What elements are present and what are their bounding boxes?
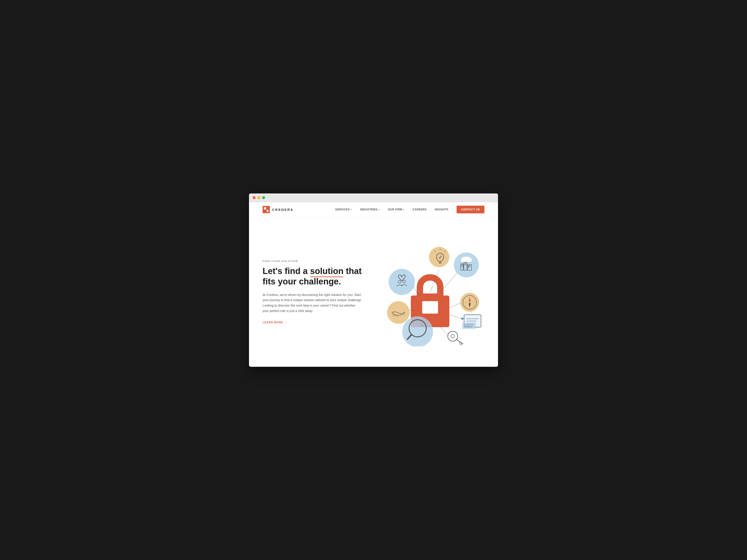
chevron-down-icon: ▾ xyxy=(379,208,380,211)
svg-rect-24 xyxy=(464,265,465,265)
arrow-icon: → xyxy=(285,321,288,324)
svg-rect-23 xyxy=(466,263,466,264)
hero-headline-keyword: solution xyxy=(310,266,344,276)
learn-more-link[interactable]: LEARN MORE → xyxy=(263,321,288,324)
svg-rect-2 xyxy=(267,210,268,212)
nav-label-services: SERVICES xyxy=(335,208,350,211)
svg-point-41 xyxy=(451,335,455,338)
nav-label-insights: INSIGHTS xyxy=(435,208,449,211)
svg-point-37 xyxy=(402,316,433,346)
hero-content: FIND YOUR SOLUTION Let's find a solution… xyxy=(263,260,376,324)
browser-content: CREDERA SERVICES ▾ INDUSTRIES ▾ xyxy=(249,202,498,367)
hero-illustration xyxy=(376,236,484,349)
chevron-down-icon: ▾ xyxy=(351,208,352,211)
maximize-button[interactable] xyxy=(262,196,265,199)
chevron-down-icon: ▾ xyxy=(403,208,405,211)
logo-text: CREDERA xyxy=(272,208,293,212)
minimize-button[interactable] xyxy=(257,196,260,199)
learn-more-label: LEARN MORE xyxy=(263,321,283,324)
hero-eyebrow: FIND YOUR SOLUTION xyxy=(263,260,376,263)
logo-icon xyxy=(263,206,270,213)
nav-item-insights[interactable]: INSIGHTS xyxy=(431,208,453,211)
hero-headline: Let's find a solution that fits your cha… xyxy=(263,266,376,287)
nav-item-industries[interactable]: INDUSTRIES ▾ xyxy=(356,208,384,211)
nav-label-our-firm: OUR FIRM xyxy=(388,208,402,211)
svg-rect-18 xyxy=(461,265,462,265)
svg-rect-20 xyxy=(461,266,462,267)
svg-rect-22 xyxy=(464,263,465,264)
browser-window: CREDERA SERVICES ▾ INDUSTRIES ▾ xyxy=(249,193,498,367)
logo-link[interactable]: CREDERA xyxy=(263,206,293,213)
nav-item-careers[interactable]: CAREERS xyxy=(408,208,431,211)
svg-point-36 xyxy=(387,301,410,324)
svg-rect-21 xyxy=(462,266,463,267)
close-button[interactable] xyxy=(253,196,256,199)
nav-item-contact[interactable]: CONTACT US xyxy=(453,206,484,213)
hero-body: At Credera, we're driven by discovering … xyxy=(263,292,362,314)
browser-chrome xyxy=(249,193,498,202)
hero-illustration-svg xyxy=(376,238,484,346)
nav-links: SERVICES ▾ INDUSTRIES ▾ OUR FIRM ▾ xyxy=(331,206,484,213)
svg-point-5 xyxy=(429,247,449,267)
svg-rect-49 xyxy=(462,323,476,329)
svg-rect-28 xyxy=(468,267,469,268)
nav-item-services[interactable]: SERVICES ▾ xyxy=(331,208,356,211)
nav-item-our-firm[interactable]: OUR FIRM ▾ xyxy=(384,208,409,211)
nav-label-contact: CONTACT US xyxy=(461,208,480,211)
svg-point-40 xyxy=(448,331,458,341)
svg-point-13 xyxy=(461,258,466,262)
hero-section: FIND YOUR SOLUTION Let's find a solution… xyxy=(249,217,498,367)
svg-rect-4 xyxy=(422,301,438,314)
main-navigation: CREDERA SERVICES ▾ INDUSTRIES ▾ xyxy=(249,202,498,217)
svg-rect-1 xyxy=(264,207,266,210)
svg-rect-19 xyxy=(462,265,463,265)
svg-point-14 xyxy=(466,258,472,262)
nav-label-careers: CAREERS xyxy=(412,208,427,211)
svg-rect-26 xyxy=(468,265,469,266)
hero-headline-part1: Let's find a xyxy=(263,266,310,276)
svg-rect-27 xyxy=(469,265,470,266)
nav-label-industries: INDUSTRIES xyxy=(360,208,378,211)
svg-point-29 xyxy=(389,269,415,295)
svg-rect-25 xyxy=(466,265,466,265)
